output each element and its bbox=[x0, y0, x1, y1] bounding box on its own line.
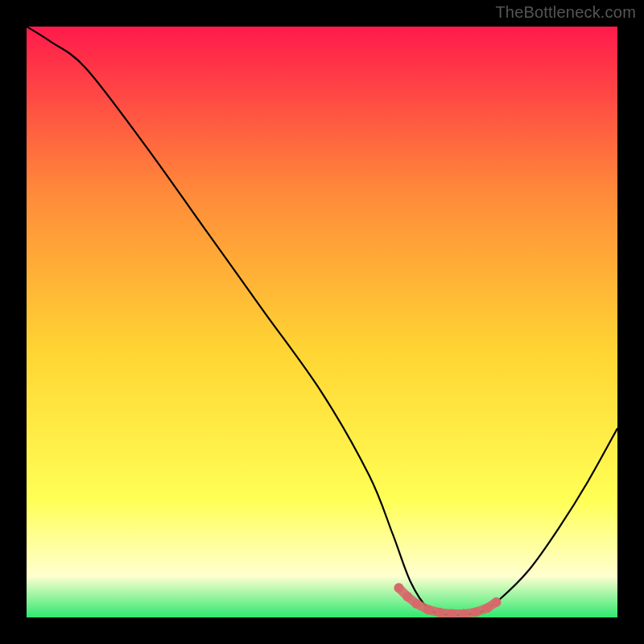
marker-dot bbox=[471, 607, 481, 617]
marker-dot bbox=[436, 608, 445, 617]
watermark-text: TheBottleneck.com bbox=[495, 3, 636, 22]
marker-dot bbox=[394, 583, 403, 592]
marker-dot bbox=[411, 599, 421, 609]
plot-area bbox=[27, 27, 617, 617]
chart-frame: TheBottleneck.com bbox=[0, 0, 644, 644]
marker-dot bbox=[402, 592, 412, 601]
marker-dot bbox=[492, 597, 502, 607]
marker-dot bbox=[423, 605, 433, 615]
gradient-background bbox=[27, 27, 617, 617]
plot-svg bbox=[27, 27, 617, 617]
marker-dot bbox=[483, 603, 493, 613]
